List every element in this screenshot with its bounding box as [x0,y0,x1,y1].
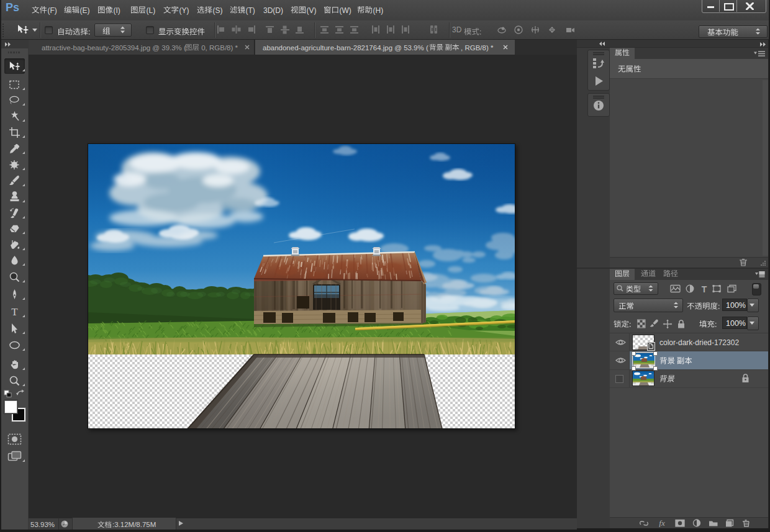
svg-text:T: T [11,306,18,318]
svg-text:fx: fx [659,519,665,527]
svg-text:T: T [702,284,707,293]
